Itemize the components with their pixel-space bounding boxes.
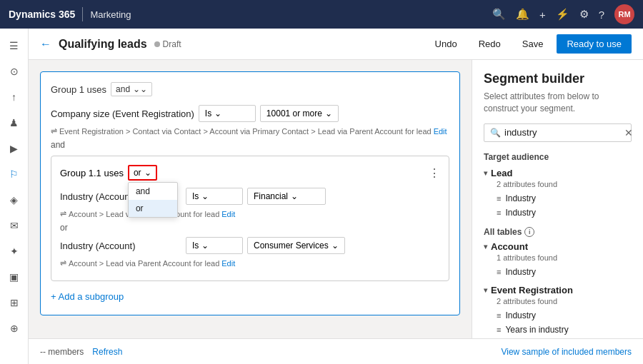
plus-icon[interactable]: + <box>539 9 546 21</box>
members-label: -- members <box>40 347 84 357</box>
subgroup-dots-menu[interactable]: ⋮ <box>429 166 440 180</box>
brand-name: Dynamics 365 <box>9 9 75 20</box>
account-attr-label: Industry <box>505 267 536 277</box>
cond2-op-chevron: ⌄ <box>201 191 209 201</box>
highlight-box: or ⌄ <box>128 165 157 181</box>
subgroup-chevron-icon: ⌄ <box>144 168 151 178</box>
top-nav: Dynamics 365 Marketing 🔍 🔔 + ⚡ ⚙ ? RM <box>0 0 643 29</box>
help-icon[interactable]: ? <box>599 9 604 21</box>
category-event-reg-header[interactable]: ▾ Event Registration <box>484 285 632 295</box>
draft-badge: Draft <box>154 39 181 49</box>
condition2-edit-link[interactable]: Edit <box>221 210 235 218</box>
condition1-row: Company size (Event Registration) Is ⌄ 1… <box>51 105 449 122</box>
sidebar-icon-nav[interactable]: ↑ <box>1 86 27 108</box>
attr-bars-icon-2: ≡ <box>497 208 501 217</box>
condition3-edit-link[interactable]: Edit <box>221 259 235 268</box>
path2-icon: ⇌ <box>60 209 66 218</box>
app-layout: ☰ ⊙ ↑ ♟ ▶ ⚐ ◈ ✉ ✦ ▣ ⊞ ⊕ ← Qualifying lea… <box>0 29 643 364</box>
dropdown-and-option[interactable]: and <box>129 183 177 200</box>
page-title: Qualifying leads <box>59 38 147 51</box>
event-reg-attr-years[interactable]: ≡ Years in industry <box>484 323 632 337</box>
filter-icon[interactable]: ⚡ <box>556 8 569 21</box>
attr-bars-icon-4: ≡ <box>497 311 501 320</box>
view-sample-link[interactable]: View sample of included members <box>501 347 632 357</box>
and-label: and <box>51 140 449 150</box>
refresh-button[interactable]: Refresh <box>92 347 122 357</box>
or-label: or <box>60 223 440 233</box>
event-chevron-icon: ▾ <box>484 286 487 294</box>
subgroup-label: Group 1.1 uses <box>60 168 124 178</box>
condition1-label: Company size (Event Registration) <box>51 108 194 119</box>
search-input[interactable] <box>504 127 624 138</box>
category-account: ▾ Account 1 attributes found ≡ Industry <box>484 241 632 279</box>
main-content: ← Qualifying leads Draft Undo Redo Save … <box>29 29 643 364</box>
sidebar-icon-mail[interactable]: ✉ <box>1 214 27 237</box>
subgroup-operator-value: or <box>134 168 141 178</box>
account-category-label: Account <box>491 241 528 252</box>
attr-bars-icon-1: ≡ <box>497 194 501 203</box>
sidebar-icon-add[interactable]: ⊕ <box>1 317 27 340</box>
sidebar: ☰ ⊙ ↑ ♟ ▶ ⚐ ◈ ✉ ✦ ▣ ⊞ ⊕ <box>0 29 29 364</box>
condition2-value[interactable]: Financial ⌄ <box>247 188 326 205</box>
cond3-val-chevron: ⌄ <box>332 241 339 251</box>
condition1-edit-link[interactable]: Edit <box>434 127 447 136</box>
all-tables-section: All tables i <box>484 227 632 237</box>
nav-icons: 🔍 🔔 + ⚡ ⚙ ? RM <box>492 4 634 24</box>
category-event-reg: ▾ Event Registration 2 attributes found … <box>484 285 632 337</box>
condition3-row: Industry (Account) Is ⌄ Consumer Service… <box>60 237 440 254</box>
cond2-val-chevron: ⌄ <box>291 191 298 201</box>
lead-attr-label-1: Industry <box>505 193 536 203</box>
lead-attr-industry-1[interactable]: ≡ Industry <box>484 191 632 206</box>
subgroup-operator-container: or ⌄ and or <box>128 165 157 181</box>
condition2-path: ⇌ Account > Lead via Parent Account for … <box>60 209 440 218</box>
sidebar-icon-star[interactable]: ✦ <box>1 240 27 263</box>
condition3-operator[interactable]: Is ⌄ <box>186 237 243 254</box>
ready-button[interactable]: Ready to use <box>557 34 632 54</box>
cond1-val-chevron: ⌄ <box>325 108 332 118</box>
undo-button[interactable]: Undo <box>427 35 465 53</box>
group1-operator-dropdown[interactable]: and ⌄ <box>111 82 152 96</box>
save-button[interactable]: Save <box>514 35 552 53</box>
clear-search-icon[interactable]: ✕ <box>624 127 633 138</box>
attr-bars-icon-3: ≡ <box>497 268 501 276</box>
condition2-operator[interactable]: Is ⌄ <box>186 188 243 205</box>
bottom-bar: -- members Refresh View sample of includ… <box>29 338 643 364</box>
subgroup-header: Group 1.1 uses or ⌄ <box>60 165 440 181</box>
dropdown-or-option[interactable]: or <box>129 200 177 217</box>
content-split: Group 1 uses and ⌄ Company size (Event R… <box>29 60 643 338</box>
subgroup-operator-dropdown[interactable]: or ⌄ <box>129 166 156 179</box>
cond1-op-chevron: ⌄ <box>214 108 221 118</box>
sidebar-icon-data[interactable]: ◈ <box>1 188 27 211</box>
category-lead-header[interactable]: ▾ Lead <box>484 168 632 178</box>
event-reg-attr-label-1: Industry <box>505 310 536 320</box>
sidebar-icon-play[interactable]: ▶ <box>1 137 27 160</box>
search-nav-icon[interactable]: 🔍 <box>492 8 506 21</box>
sidebar-icon-home[interactable]: ⊙ <box>1 60 27 83</box>
lead-attr-industry-2[interactable]: ≡ Industry <box>484 206 632 220</box>
group1-label: Group 1 uses <box>51 84 106 95</box>
condition3-value[interactable]: Consumer Services ⌄ <box>247 237 345 254</box>
event-reg-count: 2 attributes found <box>497 297 632 305</box>
avatar[interactable]: RM <box>614 4 634 24</box>
category-account-header[interactable]: ▾ Account <box>484 241 632 252</box>
redo-button[interactable]: Redo <box>471 35 509 53</box>
settings-icon[interactable]: ⚙ <box>579 8 589 21</box>
event-reg-attr-industry[interactable]: ≡ Industry <box>484 308 632 323</box>
lead-count: 2 attributes found <box>497 180 632 188</box>
sidebar-icon-people[interactable]: ⚐ <box>1 163 27 186</box>
sidebar-icon-grid[interactable]: ▣ <box>1 266 27 288</box>
back-button[interactable]: ← <box>40 38 51 51</box>
account-attr-industry[interactable]: ≡ Industry <box>484 265 632 279</box>
cond3-op-chevron: ⌄ <box>201 241 209 251</box>
sidebar-icon-expand[interactable]: ⊞ <box>1 291 27 314</box>
header-actions: Undo Redo Save Ready to use <box>427 34 632 54</box>
sidebar-icon-menu[interactable]: ☰ <box>1 34 27 57</box>
condition1-value[interactable]: 10001 or more ⌄ <box>260 105 339 122</box>
add-subgroup-button[interactable]: + Add a subgroup <box>51 288 449 305</box>
sidebar-icon-contacts[interactable]: ♟ <box>1 111 27 134</box>
target-audience-label: Target audience <box>484 152 632 162</box>
info-icon[interactable]: i <box>524 227 534 237</box>
condition1-operator[interactable]: Is ⌄ <box>199 105 256 122</box>
bell-icon[interactable]: 🔔 <box>516 8 529 21</box>
attr-bars-icon-5: ≡ <box>497 325 501 334</box>
